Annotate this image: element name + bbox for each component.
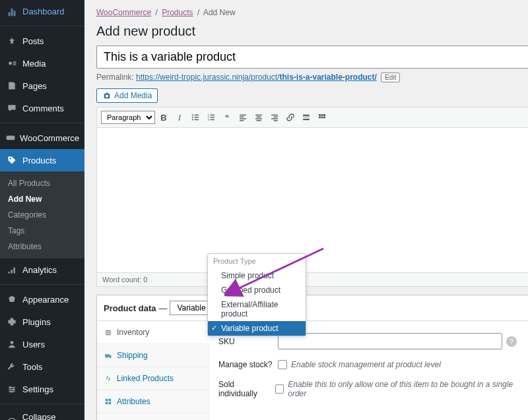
sold-individually-checkbox[interactable] bbox=[275, 384, 284, 394]
sidebar-label: Products bbox=[22, 156, 56, 165]
option-simple-product[interactable]: Simple product bbox=[208, 268, 306, 283]
sidebar-item-pages[interactable]: Pages bbox=[0, 75, 84, 97]
page-title: Add new product bbox=[96, 24, 516, 39]
sidebar-item-users[interactable]: Users bbox=[0, 333, 84, 355]
product-data-tabs: Inventory Shipping Linked Products Attri… bbox=[97, 321, 209, 420]
toolbar-toggle-button[interactable] bbox=[315, 110, 329, 125]
shipping-icon bbox=[104, 351, 113, 360]
sidebar-item-plugins[interactable]: Plugins bbox=[0, 311, 84, 333]
sku-help-icon[interactable]: ? bbox=[506, 336, 517, 347]
readmore-button[interactable] bbox=[299, 110, 314, 125]
sidebar-item-posts[interactable]: Posts bbox=[0, 30, 84, 52]
sidebar-label: Settings bbox=[22, 384, 53, 394]
svg-rect-25 bbox=[255, 115, 262, 115]
sidebar-item-collapse[interactable]: Collapse menu bbox=[0, 407, 84, 420]
manage-stock-desc: Enable stock management at product level bbox=[291, 360, 441, 369]
sidebar-item-comments[interactable]: Comments bbox=[0, 97, 84, 119]
sidebar-item-media[interactable]: Media bbox=[0, 52, 84, 75]
sidebar-label: Comments bbox=[22, 104, 64, 113]
sold-individually-desc: Enable this to only allow one of this it… bbox=[288, 380, 522, 398]
svg-point-8 bbox=[106, 95, 108, 98]
sidebar-item-tools[interactable]: Tools bbox=[0, 355, 84, 378]
italic-button[interactable]: I bbox=[172, 110, 187, 125]
add-media-label: Add Media bbox=[114, 91, 152, 100]
submenu-add-new[interactable]: Add New bbox=[0, 191, 84, 207]
svg-rect-12 bbox=[195, 117, 199, 117]
word-count-bar: Word count: 0 bbox=[96, 273, 528, 287]
sku-input[interactable] bbox=[278, 333, 502, 349]
add-media-button[interactable]: Add Media bbox=[96, 88, 158, 103]
sidebar-label: Users bbox=[22, 340, 45, 349]
sidebar-label: Posts bbox=[22, 36, 44, 46]
svg-rect-34 bbox=[303, 117, 310, 117]
svg-rect-26 bbox=[257, 117, 261, 117]
submenu-attributes[interactable]: Attributes bbox=[0, 239, 84, 255]
permalink-edit-button[interactable]: Edit bbox=[381, 73, 400, 82]
link-button[interactable] bbox=[283, 110, 298, 125]
product-title-input[interactable] bbox=[96, 45, 528, 69]
permalink-link[interactable]: https://weird-tropic.jurassic.ninja/prod… bbox=[136, 73, 377, 82]
editor-content-area[interactable] bbox=[96, 128, 528, 273]
sidebar-label: Tools bbox=[22, 362, 42, 372]
main-content: WooCommerce / Products / Add New Add new… bbox=[84, 0, 528, 420]
submenu-tags[interactable]: Tags bbox=[0, 223, 84, 239]
svg-rect-46 bbox=[106, 402, 108, 405]
svg-rect-39 bbox=[319, 117, 321, 119]
tab-linked-products[interactable]: Linked Products bbox=[97, 367, 209, 390]
svg-rect-32 bbox=[274, 120, 278, 121]
format-select[interactable]: Paragraph bbox=[101, 111, 155, 124]
align-left-button[interactable] bbox=[236, 110, 250, 125]
submenu-all-products[interactable]: All Products bbox=[0, 175, 84, 191]
sidebar-label: Dashboard bbox=[22, 7, 65, 16]
sidebar-item-settings[interactable]: Settings bbox=[0, 378, 84, 400]
svg-rect-10 bbox=[195, 115, 199, 115]
svg-rect-23 bbox=[240, 118, 246, 119]
svg-rect-44 bbox=[106, 399, 108, 402]
sold-individually-label: Sold individually bbox=[218, 380, 275, 398]
sidebar-item-woocommerce[interactable]: WooCommerce bbox=[0, 127, 84, 149]
camera-icon bbox=[102, 91, 112, 100]
option-grouped-product[interactable]: Grouped product bbox=[208, 283, 306, 297]
bullet-list-button[interactable] bbox=[188, 110, 203, 125]
svg-rect-1 bbox=[7, 136, 15, 140]
svg-rect-37 bbox=[321, 114, 323, 116]
appearance-icon bbox=[5, 293, 18, 306]
products-submenu: All Products Add New Categories Tags Att… bbox=[0, 171, 84, 258]
tab-shipping[interactable]: Shipping bbox=[97, 344, 209, 367]
option-external-product[interactable]: External/Affiliate product bbox=[208, 297, 306, 321]
svg-point-6 bbox=[11, 390, 13, 392]
svg-rect-41 bbox=[323, 117, 325, 119]
option-variable-product[interactable]: Variable product bbox=[208, 321, 306, 336]
breadcrumb-products[interactable]: Products bbox=[162, 8, 193, 17]
sidebar-label: Plugins bbox=[22, 317, 51, 327]
svg-rect-29 bbox=[271, 115, 278, 115]
sidebar-item-analytics[interactable]: Analytics bbox=[0, 258, 84, 281]
number-list-button[interactable]: 123 bbox=[204, 110, 218, 125]
align-right-button[interactable] bbox=[267, 110, 282, 125]
breadcrumb-woocommerce[interactable]: WooCommerce bbox=[96, 8, 151, 17]
pin-icon bbox=[5, 34, 18, 47]
inventory-icon bbox=[104, 328, 113, 337]
manage-stock-checkbox[interactable] bbox=[278, 360, 287, 369]
svg-point-0 bbox=[9, 62, 12, 65]
sidebar-item-appearance[interactable]: Appearance bbox=[0, 288, 84, 311]
tab-variations[interactable]: Variations bbox=[97, 413, 209, 420]
bold-button[interactable]: B bbox=[156, 110, 171, 125]
dashboard-icon bbox=[5, 5, 18, 18]
svg-rect-38 bbox=[323, 114, 325, 116]
quote-button[interactable]: “ bbox=[220, 110, 234, 125]
submenu-categories[interactable]: Categories bbox=[0, 207, 84, 223]
svg-text:3: 3 bbox=[207, 118, 209, 121]
breadcrumb-current: Add New bbox=[203, 8, 236, 17]
product-data-header: Product data — Variable product bbox=[97, 295, 528, 321]
product-data-label: Product data bbox=[104, 303, 156, 313]
tab-inventory[interactable]: Inventory bbox=[97, 321, 209, 344]
product-type-dropdown: Product Type Simple product Grouped prod… bbox=[207, 253, 306, 336]
collapse-icon bbox=[5, 415, 18, 420]
sidebar-label: Appearance bbox=[22, 295, 69, 305]
align-center-button[interactable] bbox=[251, 110, 266, 125]
svg-rect-24 bbox=[240, 120, 244, 121]
sidebar-item-dashboard[interactable]: Dashboard bbox=[0, 0, 84, 22]
sidebar-item-products[interactable]: Products bbox=[0, 149, 84, 171]
tab-attributes[interactable]: Attributes bbox=[97, 390, 209, 413]
